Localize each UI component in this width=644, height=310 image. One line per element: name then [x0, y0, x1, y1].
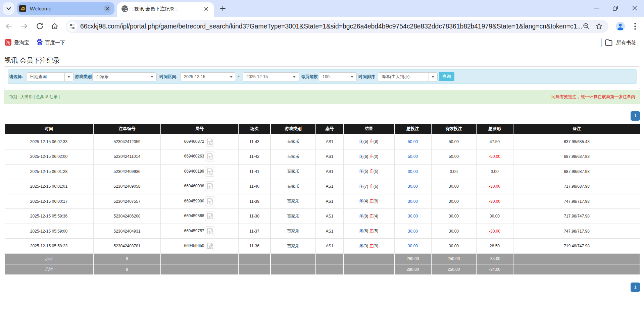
svg-text:du: du — [39, 43, 41, 45]
